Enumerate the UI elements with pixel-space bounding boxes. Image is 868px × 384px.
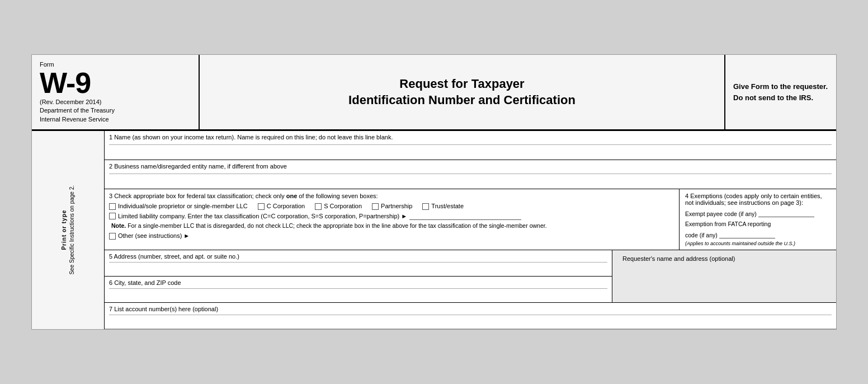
field-3-section: 3 Check appropriate box for federal tax … — [105, 189, 680, 250]
field-2-row: 2 Business name/disregarded entity name,… — [105, 160, 836, 189]
main-content: 1 Name (as shown on your income tax retu… — [105, 131, 836, 329]
checkbox-other-box[interactable] — [109, 233, 116, 240]
row-5-6: 5 Address (number, street, and apt. or s… — [105, 250, 836, 303]
rev-date: (Rev. December 2014) — [40, 99, 191, 105]
dept: Department of the Treasury Internal Reve… — [40, 106, 191, 124]
w9-form: Form W-9 (Rev. December 2014) Department… — [31, 54, 837, 330]
form-number: W-9 — [40, 68, 191, 97]
field-5-row: 5 Address (number, street, and apt. or s… — [105, 250, 612, 277]
requesters-label: Requester's name and address (optional) — [618, 253, 831, 263]
fatca-exemption-label: Exemption from FATCA reporting — [685, 221, 831, 227]
field-2-input[interactable] — [109, 174, 832, 186]
field-6-label: 6 City, state, and ZIP code — [109, 279, 607, 286]
checkbox-llc-box[interactable] — [109, 213, 116, 219]
checkbox-c-corp-box[interactable] — [258, 203, 265, 210]
field-3-label: 3 Check appropriate box for federal tax … — [109, 193, 674, 199]
form-header: Form W-9 (Rev. December 2014) Department… — [32, 55, 836, 131]
checkbox-individual-box[interactable] — [109, 203, 116, 210]
header-right: Give Form to the requester. Do not send … — [724, 55, 836, 129]
field-2-label: 2 Business name/disregarded entity name,… — [105, 160, 836, 172]
exempt-payee-input[interactable] — [758, 209, 814, 217]
field-6-row: 6 City, state, and ZIP code — [105, 277, 612, 302]
form-title: Request for Taxpayer Identification Numb… — [348, 76, 575, 108]
field-1-input[interactable] — [109, 144, 832, 157]
sidebar: Print or type See Specific Instructions … — [32, 131, 105, 329]
other-row: Other (see instructions) ► — [109, 232, 674, 240]
field-1-label: 1 Name (as shown on your income tax retu… — [105, 131, 836, 143]
llc-row: Limited liability company. Enter the tax… — [109, 212, 674, 220]
fatca-code-row: code (if any) — [685, 231, 831, 238]
requesters-section: Requester's name and address (optional) — [612, 250, 836, 302]
field-5-label: 5 Address (number, street, and apt. or s… — [109, 253, 607, 260]
field-4-title: 4 Exemptions (codes apply only to certai… — [685, 193, 831, 206]
header-left: Form W-9 (Rev. December 2014) Department… — [32, 55, 200, 129]
checkbox-trust[interactable]: Trust/estate — [422, 203, 464, 210]
sidebar-text: Print or type See Specific Instructions … — [60, 185, 76, 275]
checkbox-s-corp[interactable]: S Corporation — [315, 203, 362, 210]
field-5-input[interactable] — [109, 262, 607, 273]
field-7-label: 7 List account number(s) here (optional) — [109, 306, 832, 312]
llc-classification-input[interactable] — [409, 212, 521, 220]
checkbox-trust-box[interactable] — [422, 203, 429, 210]
checkbox-partnership[interactable]: Partnership — [372, 203, 412, 210]
fatca-note: (Applies to accounts maintained outside … — [685, 241, 831, 246]
field-7-input[interactable] — [109, 315, 832, 326]
field-4-section: 4 Exemptions (codes apply only to certai… — [680, 189, 836, 250]
checkbox-c-corp[interactable]: C Corporation — [258, 203, 305, 210]
field-7-row: 7 List account number(s) here (optional) — [105, 303, 836, 329]
checkbox-partnership-box[interactable] — [372, 203, 379, 210]
field-1-row: 1 Name (as shown on your income tax retu… — [105, 131, 836, 160]
tax-classification-checkboxes: Individual/sole proprietor or single-mem… — [109, 203, 674, 210]
header-center: Request for Taxpayer Identification Numb… — [200, 55, 724, 129]
fatca-code-input[interactable] — [719, 231, 775, 238]
note-row: Note. For a single-member LLC that is di… — [109, 222, 674, 229]
form-body: Print or type See Specific Instructions … — [32, 131, 836, 329]
checkbox-s-corp-box[interactable] — [315, 203, 322, 210]
row-5-6-left: 5 Address (number, street, and apt. or s… — [105, 250, 612, 302]
field-6-input[interactable] — [109, 288, 607, 299]
requesters-input[interactable] — [618, 263, 831, 297]
row-3-4: 3 Check appropriate box for federal tax … — [105, 189, 836, 250]
checkbox-individual[interactable]: Individual/sole proprietor or single-mem… — [109, 203, 248, 210]
exempt-payee-label: Exempt payee code (if any) — [685, 209, 831, 217]
